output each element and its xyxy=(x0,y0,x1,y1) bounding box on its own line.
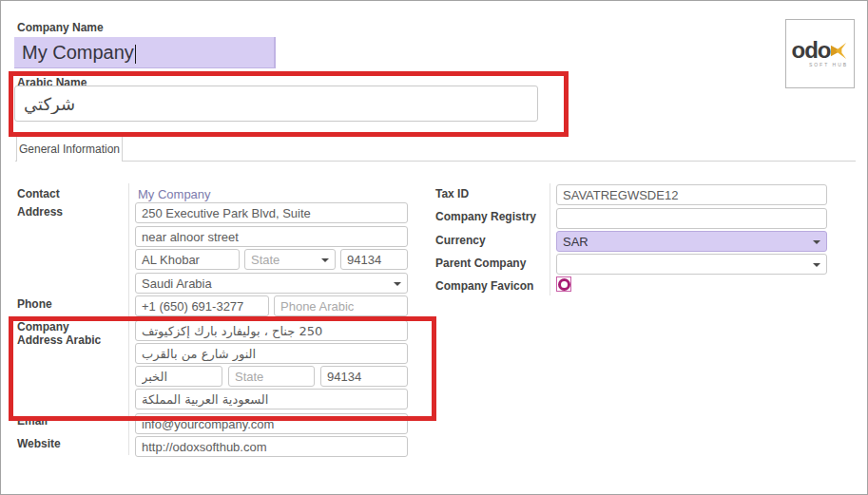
website-input[interactable] xyxy=(135,436,408,457)
zip-arabic-input[interactable] xyxy=(320,366,408,387)
dropdown-caret-icon xyxy=(321,258,329,262)
state-select-placeholder: State xyxy=(251,253,280,267)
street-input[interactable] xyxy=(135,202,408,223)
country-select[interactable]: Saudi Arabia xyxy=(135,273,408,294)
website-label: Website xyxy=(17,437,61,450)
company-name-label: Company Name xyxy=(17,21,104,34)
company-favicon-image[interactable] xyxy=(556,276,571,292)
city-arabic-input[interactable] xyxy=(135,366,222,387)
country-select-value: Saudi Arabia xyxy=(142,276,212,291)
email-input[interactable] xyxy=(135,413,408,434)
street-arabic-input[interactable] xyxy=(135,320,408,341)
tax-id-label: Tax ID xyxy=(435,187,469,200)
contact-link[interactable]: My Company xyxy=(138,187,211,201)
company-favicon-label: Company Favicon xyxy=(435,279,533,293)
company-address-arabic-label: Company Address Arabic xyxy=(17,320,117,347)
odox-logo-tagline: SOFT HUB xyxy=(792,62,848,67)
company-registry-label: Company Registry xyxy=(435,210,536,223)
tab-general-information-label: General Information xyxy=(19,143,120,156)
state-select[interactable]: State xyxy=(244,249,336,270)
company-name-input[interactable]: My Company xyxy=(14,37,276,68)
parent-company-select[interactable] xyxy=(556,254,827,275)
tab-general-information[interactable]: General Information xyxy=(16,135,123,162)
phone-label: Phone xyxy=(17,297,52,311)
company-form-page: Company Name My Company Arabic Name odo … xyxy=(0,0,868,495)
tax-id-input[interactable] xyxy=(556,184,827,205)
contact-label: Contact xyxy=(17,187,60,200)
email-label: Email xyxy=(17,414,48,428)
odox-x-icon xyxy=(830,42,848,60)
right-group-divider xyxy=(550,183,550,295)
currency-select-value: SAR xyxy=(563,235,588,249)
tabbar-divider xyxy=(15,161,856,162)
company-name-value: My Company xyxy=(22,42,134,63)
left-group-divider xyxy=(128,183,129,455)
odox-logo: odo SOFT HUB xyxy=(785,19,855,88)
parent-company-label: Parent Company xyxy=(435,257,526,270)
country-arabic-input[interactable] xyxy=(135,389,408,409)
dropdown-caret-icon xyxy=(813,263,820,267)
dropdown-caret-icon xyxy=(394,282,401,286)
favicon-ring-icon xyxy=(558,278,570,291)
address-label: Address xyxy=(17,205,63,219)
odox-logo-text: odo xyxy=(792,40,831,61)
currency-select[interactable]: SAR xyxy=(556,231,827,252)
phone-arabic-input[interactable] xyxy=(274,295,408,316)
street2-input[interactable] xyxy=(135,226,408,247)
currency-label: Currency xyxy=(435,234,486,247)
city-input[interactable] xyxy=(135,249,240,270)
street2-arabic-input[interactable] xyxy=(135,343,408,364)
text-cursor-icon xyxy=(135,45,136,64)
state-arabic-input[interactable] xyxy=(228,366,315,387)
arabic-name-input[interactable] xyxy=(14,86,538,122)
zip-input[interactable] xyxy=(340,249,408,270)
dropdown-caret-icon xyxy=(813,240,820,244)
company-registry-input[interactable] xyxy=(556,208,827,229)
phone-input[interactable] xyxy=(135,295,269,316)
